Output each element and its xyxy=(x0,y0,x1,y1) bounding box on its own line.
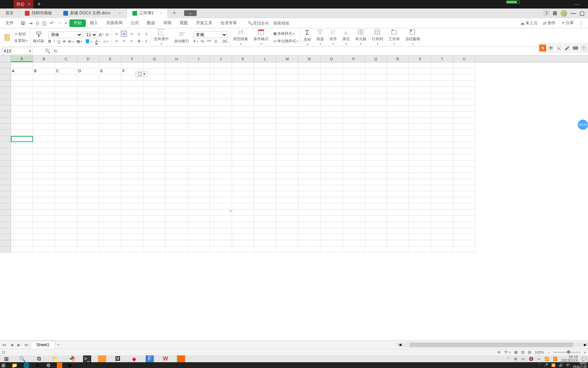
cell[interactable] xyxy=(144,154,166,160)
cell[interactable] xyxy=(188,240,210,246)
cell[interactable] xyxy=(298,197,321,203)
cell[interactable] xyxy=(11,173,33,179)
cell[interactable] xyxy=(210,68,232,75)
cell[interactable] xyxy=(99,185,121,191)
row-header[interactable] xyxy=(0,167,11,173)
cell[interactable] xyxy=(321,216,343,222)
cell[interactable] xyxy=(431,191,453,197)
cell[interactable] xyxy=(99,75,121,81)
cell[interactable] xyxy=(77,234,99,240)
cell[interactable] xyxy=(387,216,409,222)
cell[interactable] xyxy=(254,160,276,167)
cell[interactable] xyxy=(431,234,453,240)
cell[interactable] xyxy=(387,197,409,203)
copy-button[interactable]: ⧉ 复制 xyxy=(14,37,29,44)
tab-view[interactable]: 视图 xyxy=(176,18,192,28)
cell[interactable] xyxy=(166,160,188,167)
cell[interactable] xyxy=(210,118,232,124)
cell[interactable] xyxy=(33,160,55,167)
cell[interactable] xyxy=(387,173,409,179)
cell[interactable] xyxy=(298,93,321,99)
cell[interactable] xyxy=(121,222,144,228)
cell[interactable] xyxy=(166,87,188,93)
cell[interactable] xyxy=(210,222,232,228)
cell[interactable] xyxy=(409,99,431,105)
cell[interactable] xyxy=(55,154,77,160)
cell[interactable] xyxy=(276,246,298,252)
cell[interactable] xyxy=(210,160,232,167)
cell[interactable] xyxy=(33,173,55,179)
cell[interactable] xyxy=(121,81,144,87)
doc-tab-workbook[interactable]: 工作簿1 • xyxy=(127,9,168,18)
underline-button[interactable]: U xyxy=(58,39,60,43)
cell[interactable] xyxy=(55,75,77,81)
ime-toolbar[interactable]: S 中 •, 🎤 ⌨ 👕 xyxy=(538,44,588,52)
cell[interactable] xyxy=(210,136,232,142)
col-header[interactable]: I xyxy=(188,56,210,62)
cell[interactable] xyxy=(453,185,475,191)
cell[interactable] xyxy=(453,191,475,197)
cell[interactable] xyxy=(298,185,321,191)
cell[interactable] xyxy=(144,191,166,197)
cell[interactable] xyxy=(232,81,254,87)
cell[interactable] xyxy=(77,240,99,246)
cell[interactable] xyxy=(321,111,343,118)
type-convert-button[interactable]: 类型转换 xyxy=(230,29,251,46)
qat-more-icon[interactable]: ▾ xyxy=(65,21,67,25)
col-header[interactable]: M xyxy=(276,56,298,62)
cell[interactable] xyxy=(166,240,188,246)
cell[interactable] xyxy=(210,179,232,185)
select-all-corner[interactable] xyxy=(0,56,11,62)
cell[interactable] xyxy=(77,210,99,216)
cell[interactable] xyxy=(343,68,365,75)
row-header[interactable] xyxy=(0,130,11,136)
cell[interactable] xyxy=(343,203,365,210)
cell[interactable] xyxy=(166,197,188,203)
cell[interactable] xyxy=(55,210,77,216)
cell[interactable] xyxy=(99,240,121,246)
cell[interactable] xyxy=(121,62,144,68)
cell[interactable] xyxy=(121,154,144,160)
cell[interactable] xyxy=(298,68,321,75)
cell[interactable] xyxy=(365,81,387,87)
cell[interactable] xyxy=(387,228,409,234)
cell[interactable] xyxy=(409,75,431,81)
cell[interactable] xyxy=(11,240,33,246)
cell[interactable] xyxy=(144,136,166,142)
row-header[interactable] xyxy=(0,93,11,99)
cell[interactable] xyxy=(188,191,210,197)
cell[interactable] xyxy=(210,216,232,222)
cell[interactable] xyxy=(210,99,232,105)
cell[interactable] xyxy=(55,148,77,154)
cell[interactable] xyxy=(55,124,77,130)
tray2-chevron-icon[interactable]: ˄ xyxy=(539,363,540,367)
cell[interactable] xyxy=(55,185,77,191)
cell[interactable] xyxy=(121,118,144,124)
col-header[interactable]: C xyxy=(55,56,77,62)
cell[interactable] xyxy=(431,87,453,93)
row-header[interactable] xyxy=(0,234,11,240)
cell[interactable] xyxy=(11,203,33,210)
cell[interactable] xyxy=(11,167,33,173)
cell[interactable] xyxy=(232,240,254,246)
cell[interactable] xyxy=(343,124,365,130)
align-center-icon[interactable]: ≡ xyxy=(121,38,127,44)
cell[interactable] xyxy=(387,203,409,210)
cell[interactable] xyxy=(33,130,55,136)
cell[interactable] xyxy=(343,81,365,87)
cell[interactable] xyxy=(365,124,387,130)
cell[interactable] xyxy=(55,87,77,93)
cell[interactable] xyxy=(77,222,99,228)
cell[interactable] xyxy=(343,136,365,142)
rowcol-button[interactable]: 行和列 xyxy=(369,29,386,46)
border-button[interactable]: ⊞ xyxy=(68,39,74,44)
cell[interactable] xyxy=(276,124,298,130)
row-header[interactable] xyxy=(0,118,11,124)
cell[interactable] xyxy=(232,179,254,185)
cell[interactable] xyxy=(387,222,409,228)
cell[interactable] xyxy=(321,240,343,246)
cell[interactable] xyxy=(166,185,188,191)
cell[interactable] xyxy=(144,99,166,105)
cell[interactable] xyxy=(55,142,77,148)
start2-icon[interactable]: ⊞ xyxy=(1,363,5,368)
